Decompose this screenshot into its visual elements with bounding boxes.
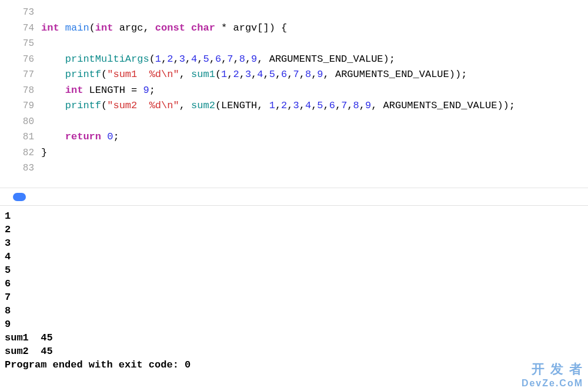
- line-number: 81: [0, 129, 34, 145]
- token-plain: ;: [149, 85, 155, 96]
- code-line[interactable]: [41, 114, 588, 130]
- token-kw: int: [65, 85, 83, 96]
- code-line[interactable]: printf("sum1 %d\n", sum1(1,2,3,4,5,6,7,8…: [41, 67, 588, 83]
- code-editor[interactable]: 7374757677787980818283 int main(int argc…: [0, 0, 588, 188]
- token-str: "sum1 %d\n": [107, 69, 179, 80]
- token-plain: ,: [311, 69, 317, 80]
- code-line[interactable]: int LENGTH = 9;: [41, 83, 588, 99]
- token-num: 1: [221, 69, 227, 80]
- line-number: 77: [0, 67, 34, 83]
- code-line[interactable]: printf("sum2 %d\n", sum2(LENGTH, 1,2,3,4…: [41, 98, 588, 114]
- code-line[interactable]: }: [41, 145, 588, 161]
- token-plain: ,: [179, 69, 191, 80]
- console-line: 3: [5, 236, 583, 250]
- console-line: sum2 45: [5, 345, 583, 358]
- token-plain: (LENGTH,: [215, 100, 269, 111]
- watermark: 开 发 者 DevZe.CoM: [522, 360, 583, 389]
- code-line[interactable]: int main(int argc, const char * argv[]) …: [41, 21, 588, 36]
- line-number: 74: [0, 21, 34, 36]
- token-plain: ,: [221, 54, 227, 65]
- line-number: 73: [0, 5, 34, 21]
- code-content[interactable]: int main(int argc, const char * argv[]) …: [41, 0, 588, 188]
- token-plain: ,: [227, 69, 233, 80]
- line-number: 83: [0, 161, 34, 176]
- token-plain: ,: [335, 100, 341, 111]
- console-line: Program ended with exit code: 0: [5, 358, 583, 372]
- token-num: 6: [215, 54, 221, 65]
- token-num: 3: [179, 54, 185, 65]
- token-plain: argc,: [113, 22, 155, 34]
- line-number: 76: [0, 52, 34, 68]
- token-plain: ,: [275, 69, 281, 80]
- console-line: 1: [5, 209, 583, 223]
- token-num: 5: [203, 54, 209, 65]
- token-plain: [41, 100, 65, 111]
- token-num: 3: [293, 100, 299, 111]
- token-num: 1: [269, 100, 275, 111]
- token-num: 2: [167, 54, 173, 65]
- console-line: sum1 45: [5, 331, 583, 345]
- token-kw: const: [155, 22, 185, 34]
- console-output[interactable]: 123456789sum1 45sum2 45Program ended wit…: [0, 206, 588, 375]
- token-plain: [185, 22, 191, 34]
- token-kw: int: [95, 22, 113, 34]
- token-plain: ,: [185, 54, 191, 65]
- console-line: 9: [5, 318, 583, 331]
- token-num: 9: [143, 85, 149, 96]
- console-line: 2: [5, 223, 583, 236]
- token-fn: sum1: [191, 69, 215, 80]
- code-line[interactable]: [41, 5, 588, 21]
- token-plain: (: [89, 22, 95, 34]
- token-num: 5: [317, 100, 323, 111]
- token-num: 0: [107, 131, 113, 142]
- token-plain: , ARGUMENTS_END_VALUE);: [257, 54, 395, 65]
- token-num: 6: [329, 100, 335, 111]
- token-plain: ,: [179, 100, 191, 111]
- token-plain: ,: [323, 100, 329, 111]
- token-num: 2: [233, 69, 239, 80]
- token-num: 7: [341, 100, 347, 111]
- line-number: 80: [0, 114, 34, 130]
- token-plain: ,: [287, 100, 293, 111]
- token-num: 8: [353, 100, 359, 111]
- code-line[interactable]: printMultiArgs(1,2,3,4,5,6,7,8,9, ARGUME…: [41, 52, 588, 68]
- token-num: 8: [239, 54, 245, 65]
- token-plain: ,: [311, 100, 317, 111]
- console-line: 6: [5, 277, 583, 290]
- token-kw: return: [65, 131, 101, 142]
- token-plain: [41, 85, 65, 96]
- token-plain: LENGTH =: [83, 85, 143, 96]
- token-plain: ,: [197, 54, 203, 65]
- code-line[interactable]: [41, 36, 588, 52]
- code-line[interactable]: [41, 161, 588, 176]
- token-fn: sum2: [191, 100, 215, 111]
- token-num: 3: [245, 69, 251, 80]
- token-plain: [59, 22, 65, 34]
- line-number: 78: [0, 83, 34, 99]
- token-plain: ,: [209, 54, 215, 65]
- token-num: 4: [305, 100, 311, 111]
- token-fn: printMultiArgs: [65, 54, 149, 65]
- filter-pill-icon[interactable]: [13, 193, 26, 201]
- token-plain: ,: [359, 100, 365, 111]
- token-num: 7: [293, 69, 299, 80]
- token-plain: ,: [245, 54, 251, 65]
- token-plain: ,: [299, 69, 305, 80]
- code-line[interactable]: return 0;: [41, 129, 588, 145]
- token-plain: ,: [239, 69, 245, 80]
- token-num: 4: [257, 69, 263, 80]
- token-fn: printf: [65, 69, 101, 80]
- token-plain: ,: [263, 69, 269, 80]
- token-str: "sum2 %d\n": [107, 100, 179, 111]
- watermark-text-2: DevZe.CoM: [522, 378, 583, 389]
- console-line: 5: [5, 263, 583, 277]
- token-plain: ,: [173, 54, 179, 65]
- token-num: 2: [281, 100, 287, 111]
- token-plain: ,: [347, 100, 353, 111]
- token-plain: }: [41, 147, 47, 158]
- token-plain: ,: [233, 54, 239, 65]
- token-plain: , ARGUMENTS_END_VALUE));: [323, 69, 467, 80]
- token-num: 4: [191, 54, 197, 65]
- console-line: 4: [5, 250, 583, 263]
- token-plain: * argv[]) {: [215, 22, 287, 34]
